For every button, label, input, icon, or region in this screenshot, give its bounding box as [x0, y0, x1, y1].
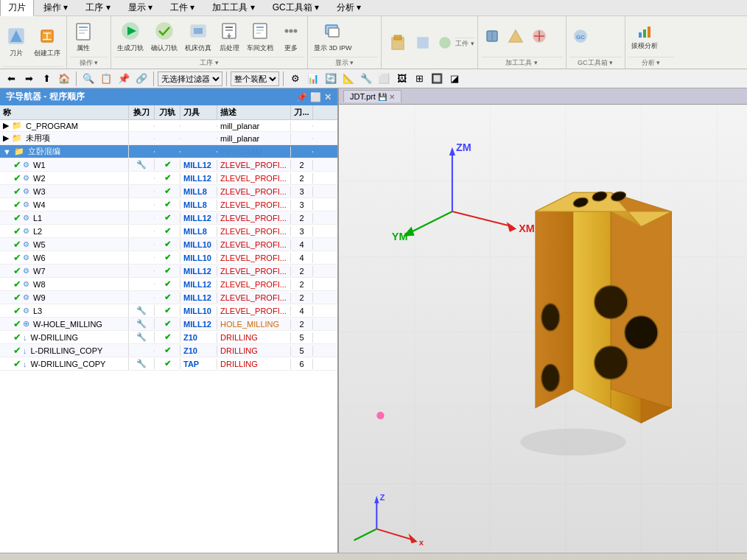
table-row[interactable]: ✔⊕W-HOLE_MILLING🔧✔MILL12HOLE_MILLING2 — [0, 318, 337, 331]
table-row[interactable]: ✔↓W-DRILLING🔧✔Z10DRILLING5 — [0, 331, 337, 344]
svg-rect-39 — [639, 32, 642, 38]
nav-back-button[interactable]: ⬅ — [3, 71, 19, 87]
panel-maximize-icon[interactable]: ⬜ — [310, 92, 321, 102]
tb2-btn4[interactable]: 🔗 — [133, 71, 150, 87]
row-name-text: W8 — [33, 280, 46, 289]
tab-显示[interactable]: 显示 ▾ — [120, 0, 161, 15]
row-name-text: W5 — [33, 240, 46, 249]
tool-name: MILL12 — [183, 174, 211, 183]
tb2-btn3[interactable]: 📌 — [116, 71, 132, 87]
display-3dipw-button[interactable]: 显示 3D IPW — [311, 19, 355, 55]
tb2-extra1[interactable]: ⚙ — [287, 71, 304, 87]
gc-btn[interactable]: GC — [569, 27, 592, 47]
table-row[interactable]: ✔⚙W4✔MILL8ZLEVEL_PROFI...3 — [0, 198, 337, 211]
table-row[interactable]: ✔⚙W8✔MILL12ZLEVEL_PROFI...2 — [0, 278, 337, 291]
table-row[interactable]: ▼📁立卧混编PROGRAM — [0, 145, 337, 158]
nav-up-button[interactable]: ⬆ — [38, 71, 55, 87]
check-icon: ✔ — [13, 159, 21, 170]
expand-icon[interactable]: ▶ — [3, 133, 9, 143]
expand-icon[interactable]: ▶ — [3, 121, 9, 130]
workpiece-btn3[interactable] — [435, 34, 455, 53]
tool-change-cell — [129, 270, 155, 272]
property-label: 属性 — [77, 43, 90, 53]
viewport-close-icon[interactable]: ✕ — [389, 93, 395, 101]
table-row[interactable]: ✔⚙W5✔MILL10ZLEVEL_PROFI...4 — [0, 238, 337, 251]
tb2-extra4[interactable]: 📐 — [340, 71, 357, 87]
tb2-extra7[interactable]: 🖼 — [393, 71, 410, 87]
table-row[interactable]: ✔⚙W3✔MILL8ZLEVEL_PROFI...3 — [0, 185, 337, 198]
table-row[interactable]: ✔⚙W2✔MILL12ZLEVEL_PROFI...2 — [0, 172, 337, 185]
desc-text: DRILLING — [220, 346, 258, 355]
machining-tool-btn1[interactable] — [481, 27, 503, 47]
table-row[interactable]: ✔⚙L3🔧✔MILL10ZLEVEL_PROFI...4 — [0, 304, 337, 318]
tb2-extra8[interactable]: ⊞ — [411, 71, 427, 87]
table-row[interactable]: ✔↓L-DRILLING_COPY✔Z10DRILLING5 — [0, 344, 337, 357]
row-name-text: W1 — [33, 161, 46, 169]
tab-分析[interactable]: 分析 ▾ — [329, 0, 369, 15]
tb2-extra9[interactable]: 🔲 — [429, 71, 445, 87]
tb2-extra6[interactable]: ⬜ — [376, 71, 392, 87]
verify-toolpath-button[interactable]: 确认刀轨 — [148, 19, 180, 55]
desc-cell: HOLE_MILLING — [217, 319, 291, 329]
tab-工件[interactable]: 工件 ▾ — [162, 0, 203, 15]
table-row[interactable]: ✔↓W-DRILLING_COPY🔧✔TAPDRILLING6 — [0, 357, 337, 371]
postprocess-button[interactable]: 后处理 — [216, 19, 242, 55]
machining-tool-btn2[interactable] — [505, 27, 527, 47]
table-row[interactable]: ✔⚙W9✔MILL12ZLEVEL_PROFI...2 — [0, 291, 337, 304]
table-row[interactable]: ▶📁未用项mill_planar — [0, 132, 337, 145]
create-op-button[interactable]: 工 创建工序 — [31, 24, 63, 60]
table-row[interactable]: ▶📁C_PROGRAMmill_planar — [0, 120, 337, 132]
tab-加工工具[interactable]: 加工工具 ▾ — [204, 0, 262, 15]
tb2-btn2[interactable]: 📋 — [98, 71, 114, 87]
desc-cell: ZLEVEL_PROFI... — [217, 213, 291, 223]
machining-tool-btn3[interactable] — [528, 27, 550, 47]
table-row[interactable]: ✔⚙L1✔MILL12ZLEVEL_PROFI...2 — [0, 211, 337, 225]
desc-cell: mill_planar — [217, 121, 291, 131]
svg-text:x: x — [419, 538, 424, 547]
svg-rect-41 — [648, 27, 650, 38]
property-button[interactable]: 属性 — [70, 19, 97, 55]
tab-GC工具箱[interactable]: GC工具箱 ▾ — [264, 0, 327, 15]
tab-操作[interactable]: 操作 ▾ — [35, 0, 76, 15]
tab-工序[interactable]: 工序 ▾ — [77, 0, 118, 15]
create-geom-button[interactable]: 刀片 — [3, 24, 29, 60]
panel-pin-icon[interactable]: 📌 — [296, 92, 307, 102]
filter-select[interactable]: 无选择过滤器 — [158, 71, 222, 86]
tb2-extra10[interactable]: ◪ — [446, 71, 463, 87]
type-icon: ⚙ — [23, 253, 29, 262]
viewport-tab[interactable]: JDT.prt 💾 ✕ — [343, 90, 401, 102]
shopfloor-icon — [250, 21, 270, 43]
table-row[interactable]: ✔⚙W7✔MILL12ZLEVEL_PROFI...2 — [0, 265, 337, 278]
type-icon: ⚙ — [23, 227, 29, 235]
ribbon-content: 刀片 工 创建工序 属性 操作 ▾ — [0, 16, 747, 69]
machine-sim-button[interactable]: 机床仿真 — [182, 19, 214, 55]
tb2-extra3[interactable]: 🔄 — [323, 71, 339, 87]
table-row[interactable]: ✔⚙W6✔MILL10ZLEVEL_PROFI...4 — [0, 251, 337, 265]
tool-name: MILL10 — [183, 253, 211, 262]
workpiece-btn2[interactable] — [413, 34, 433, 53]
shopfloor-button[interactable]: 车间文档 — [244, 19, 276, 55]
gc-group-label: GC工具箱 ▾ — [569, 57, 622, 69]
workpiece-button[interactable] — [385, 30, 411, 56]
viewport-3d[interactable]: ZM YM XM Z — [339, 105, 747, 553]
table-row[interactable]: ✔⚙W1🔧✔MILL12ZLEVEL_PROFI...2 — [0, 158, 337, 172]
tool-change-cell: 🔧 — [129, 318, 155, 329]
tb2-extra2[interactable]: 📊 — [305, 71, 321, 87]
table-row[interactable]: ✔⚙L2✔MILL8ZLEVEL_PROFI...3 — [0, 225, 337, 238]
assembly-select[interactable]: 整个装配 — [231, 71, 279, 86]
search-btn[interactable]: 🔍 — [80, 71, 97, 87]
more-button[interactable]: 更多 — [278, 19, 304, 55]
tool-name: MILL12 — [183, 320, 211, 329]
panel-close-icon[interactable]: ✕ — [324, 92, 332, 102]
expand-icon[interactable]: ▼ — [3, 147, 11, 156]
group-create: 刀片 工 创建工序 — [0, 16, 67, 69]
type-icon: ↓ — [23, 346, 27, 355]
analyze-btn[interactable]: 拔模分析 — [628, 22, 661, 52]
svg-point-30 — [440, 38, 450, 48]
tab-刀片[interactable]: 刀片 — [0, 0, 34, 16]
svg-point-24 — [294, 29, 298, 33]
nav-home-button[interactable]: 🏠 — [56, 71, 72, 87]
nav-forward-button[interactable]: ➡ — [21, 71, 37, 87]
gen-toolpath-button[interactable]: 生成刀轨 — [114, 19, 147, 55]
tb2-extra5[interactable]: 🔧 — [358, 71, 374, 87]
